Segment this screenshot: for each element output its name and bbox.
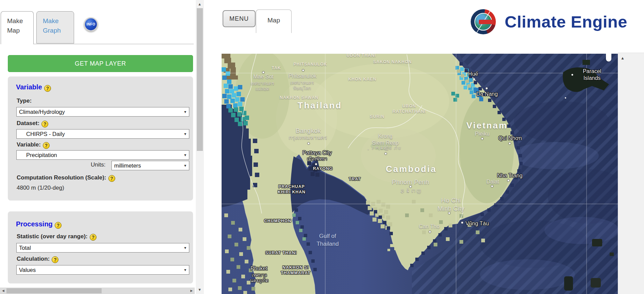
city-marker bbox=[509, 142, 511, 145]
chevron-down-icon: ▾ bbox=[184, 267, 186, 272]
map-label: TRAT bbox=[349, 177, 361, 182]
map-label: SAKON NAKHON bbox=[373, 59, 412, 65]
map-label: เทศบาล นครภูเก็ต bbox=[250, 273, 268, 284]
map-label: Dalat bbox=[486, 178, 499, 185]
tab-make-map[interactable]: Make Map bbox=[1, 11, 34, 44]
units-label: Units: bbox=[91, 161, 105, 168]
brand-logo: Climate Engine bbox=[471, 9, 627, 34]
dataset-label: Dataset:? bbox=[17, 120, 48, 127]
map-label: Pleiku bbox=[475, 131, 490, 137]
scroll-up-icon[interactable]: ▲ bbox=[198, 1, 202, 7]
map-label: UBON RATCHATHANI bbox=[393, 104, 426, 114]
city-marker bbox=[448, 212, 451, 214]
map-label: SURIN bbox=[370, 114, 385, 120]
city-marker bbox=[507, 179, 510, 182]
map-label: Bangkok bbox=[296, 127, 321, 135]
city-marker bbox=[481, 138, 484, 140]
processing-section-title: Processing bbox=[16, 220, 53, 228]
map-label: Cambodia bbox=[386, 163, 437, 175]
map-label: NAKHON SAWAN bbox=[280, 95, 318, 101]
city-marker bbox=[491, 185, 493, 188]
city-marker bbox=[302, 69, 304, 72]
type-select[interactable]: Climate/Hydrology ▾ bbox=[16, 107, 189, 117]
chevron-down-icon: ▾ bbox=[184, 109, 186, 114]
city-marker bbox=[410, 186, 412, 188]
calculation-select[interactable]: Values ▾ bbox=[16, 265, 189, 275]
map-label: เทศบาลนคร แม่สอด bbox=[250, 81, 274, 92]
map-label: Paracel Islands bbox=[583, 68, 601, 82]
map-label: Gulf of Thailand bbox=[316, 232, 338, 248]
sidebar-vertical-scrollbar[interactable]: ▲ ▼ bbox=[196, 0, 204, 294]
map-label: NAKHON SI THAMMARAT bbox=[281, 265, 311, 276]
scroll-up-icon[interactable]: ▲ bbox=[621, 56, 625, 60]
map-label: Pattaya City bbox=[302, 150, 332, 156]
help-icon[interactable]: ? bbox=[52, 256, 58, 263]
map-label: Phnom Penh bbox=[392, 178, 429, 186]
map-label: PHITSANULOK bbox=[293, 62, 327, 67]
map-label: Da Nang bbox=[476, 91, 498, 98]
map-label: PRACHUAP KHIRI KHAN bbox=[278, 184, 306, 195]
statistic-select-value: Total bbox=[19, 245, 31, 251]
map-label: Nha Trang bbox=[497, 172, 523, 179]
map-label: Huế bbox=[468, 71, 478, 77]
dataset-select[interactable]: CHIRPS - Daily ▾ bbox=[16, 129, 189, 139]
scroll-down-icon[interactable]: ▼ bbox=[198, 287, 202, 293]
city-marker bbox=[473, 78, 475, 81]
calculation-select-value: Values bbox=[19, 267, 36, 273]
city-marker bbox=[429, 231, 431, 233]
type-select-value: Climate/Hydrology bbox=[19, 109, 65, 115]
map-label: Can Tho bbox=[419, 223, 439, 230]
sidebar-horizontal-scrollbar[interactable]: ◄ ► bbox=[0, 288, 195, 294]
city-marker bbox=[461, 222, 464, 224]
help-icon[interactable]: ? bbox=[43, 142, 50, 149]
type-label: Type: bbox=[17, 98, 32, 104]
scroll-right-icon[interactable]: ► bbox=[190, 288, 193, 294]
city-marker bbox=[315, 163, 317, 166]
chevron-down-icon: ▾ bbox=[184, 132, 186, 136]
brand-name: Climate Engine bbox=[505, 12, 627, 31]
chevron-down-icon: ▾ bbox=[184, 153, 186, 157]
city-marker bbox=[385, 153, 387, 155]
units-select[interactable]: millimeters ▾ bbox=[111, 161, 189, 170]
variable-section-title: Variable bbox=[16, 83, 42, 91]
variable-select[interactable]: Precipitation ▾ bbox=[16, 150, 189, 160]
map-label: ក្រុងសៀមរាប bbox=[371, 145, 402, 151]
map-label: Vietnam bbox=[466, 120, 508, 131]
tab-make-graph[interactable]: Make Graph bbox=[36, 11, 74, 44]
variable-section: Variable? Type: Climate/Hydrology ▾ Data… bbox=[8, 76, 193, 201]
city-marker bbox=[262, 71, 265, 74]
scroll-left-icon[interactable]: ◄ bbox=[1, 288, 5, 294]
map-label: Ho Chi Minh City bbox=[437, 196, 464, 213]
tabs-underline bbox=[34, 44, 194, 44]
map-label: เทศบาลนคร พิษณุโลก bbox=[290, 80, 314, 91]
map-label: SURAT THANI bbox=[265, 250, 297, 256]
help-icon[interactable]: ? bbox=[41, 121, 48, 127]
climate-engine-globe-icon bbox=[471, 9, 496, 34]
info-button[interactable]: INFO bbox=[84, 17, 98, 31]
chevron-down-icon: ▾ bbox=[184, 163, 186, 168]
resolution-value: 4800 m (1/20-deg) bbox=[17, 185, 64, 191]
variable-label: Variable:? bbox=[17, 141, 50, 149]
map-label: CHUMPHON bbox=[264, 219, 291, 224]
map-label: TAK bbox=[272, 66, 281, 71]
help-icon[interactable]: ? bbox=[90, 234, 97, 241]
statistic-label: Statistic (over day range):? bbox=[17, 233, 97, 241]
help-icon[interactable]: ? bbox=[44, 85, 51, 92]
map-label: Mae Sot bbox=[253, 73, 274, 80]
map-canvas[interactable]: UDON THANISAKON NAKHONPHITSANULOKTAKMae … bbox=[222, 54, 618, 294]
scrollbar-thumb[interactable] bbox=[197, 8, 203, 151]
map-vertical-scrollbar[interactable]: ▲ bbox=[618, 53, 644, 294]
calculation-label: Calculation:? bbox=[17, 256, 58, 263]
menu-button[interactable]: MENU bbox=[223, 10, 256, 27]
scrollbar-thumb[interactable] bbox=[6, 288, 102, 293]
statistic-select[interactable]: Total ▾ bbox=[16, 243, 189, 253]
help-icon[interactable]: ? bbox=[55, 222, 62, 229]
help-icon[interactable]: ? bbox=[108, 175, 115, 182]
map-zoom-control[interactable] bbox=[606, 54, 611, 62]
city-marker bbox=[308, 142, 310, 145]
tab-map[interactable]: Map bbox=[256, 10, 292, 33]
map-label: ភ្នំពេញ bbox=[400, 188, 421, 194]
map-labels-layer: UDON THANISAKON NAKHONPHITSANULOKTAKMae … bbox=[222, 54, 618, 294]
get-map-layer-button[interactable]: GET MAP LAYER bbox=[8, 55, 193, 72]
units-select-value: millimeters bbox=[114, 162, 141, 169]
